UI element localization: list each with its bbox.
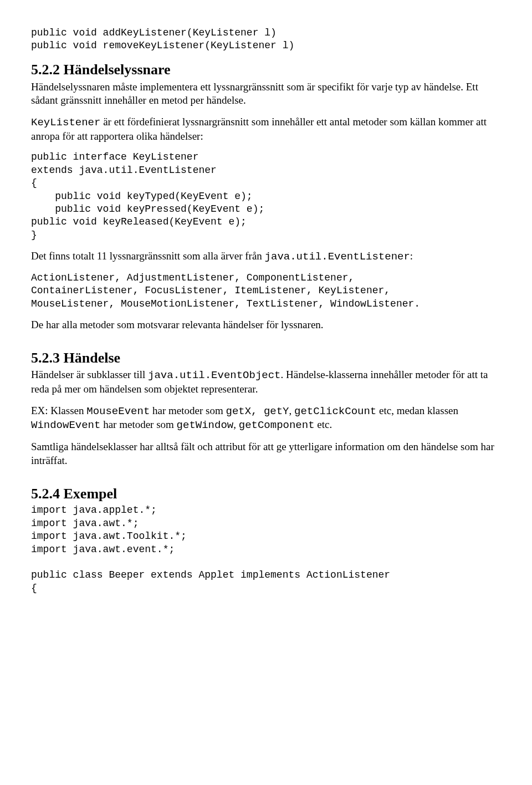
paragraph-text: Det finns totalt 11 lyssnargränssnitt so… [31, 250, 265, 262]
paragraph-text: : [410, 250, 413, 262]
heading-5-2-2: 5.2.2 Händelselyssnare [31, 60, 501, 79]
inline-code: getWindow [177, 419, 234, 431]
paragraph: Händelser är subklasser till java.util.E… [31, 368, 501, 396]
code-block-example: import java.applet.*; import java.awt.*;… [31, 504, 501, 595]
inline-code: MouseEvent [86, 405, 150, 417]
inline-code: getX, getY [226, 405, 289, 417]
paragraph: Det finns totalt 11 lyssnargränssnitt so… [31, 249, 501, 264]
code-block-listeners: ActionListener, AdjustmentListener, Comp… [31, 272, 501, 310]
heading-5-2-4: 5.2.4 Exempel [31, 485, 501, 503]
paragraph-text: , [233, 419, 239, 430]
paragraph: KeyListener är ett fördefinierat lyssnar… [31, 115, 501, 143]
inline-code: getComponent [239, 419, 315, 431]
inline-code: java.util.EventListener [265, 251, 410, 263]
paragraph-text: etc, medan klassen [376, 405, 458, 416]
code-block-keylistener: public interface KeyListener extends jav… [31, 151, 501, 242]
paragraph-text: etc. [315, 419, 332, 430]
paragraph: Händelselyssnaren måste implementera ett… [31, 80, 501, 108]
heading-5-2-3: 5.2.3 Händelse [31, 349, 501, 368]
paragraph-text: har metoder som [150, 405, 226, 416]
inline-code: WindowEvent [31, 419, 100, 431]
paragraph-text: har metoder som [100, 419, 176, 430]
paragraph: EX: Klassen MouseEvent har metoder som g… [31, 404, 501, 432]
inline-code: getClickCount [294, 405, 376, 417]
inline-code: java.util.EventObject [148, 369, 280, 381]
paragraph-text: Händelser är subklasser till [31, 369, 148, 380]
paragraph: De har alla metoder som motsvarar releva… [31, 318, 501, 332]
paragraph-text: , [289, 405, 295, 416]
code-block-top: public void addKeyListener(KeyListener l… [31, 27, 501, 53]
inline-code: KeyListener [31, 116, 100, 129]
paragraph: Samtliga händelseklasser har alltså fält… [31, 440, 501, 467]
paragraph-text: EX: Klassen [31, 405, 86, 416]
